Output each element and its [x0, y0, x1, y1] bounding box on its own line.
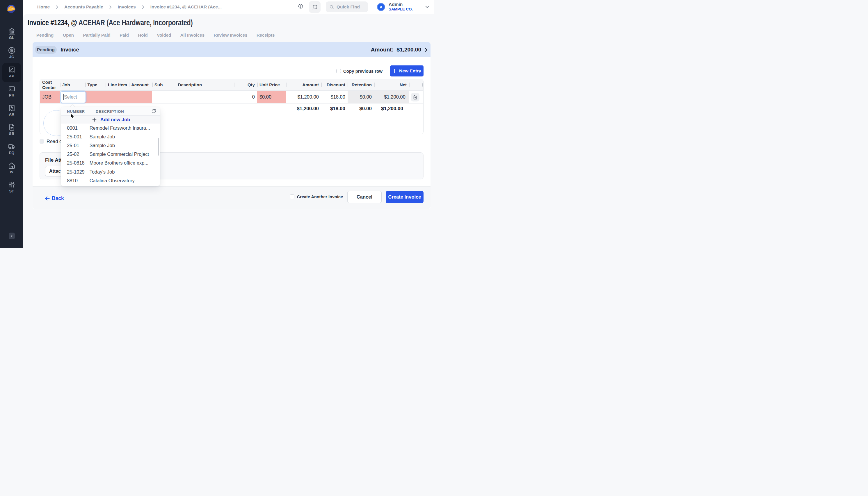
svg-text:CP: CP — [12, 7, 14, 9]
